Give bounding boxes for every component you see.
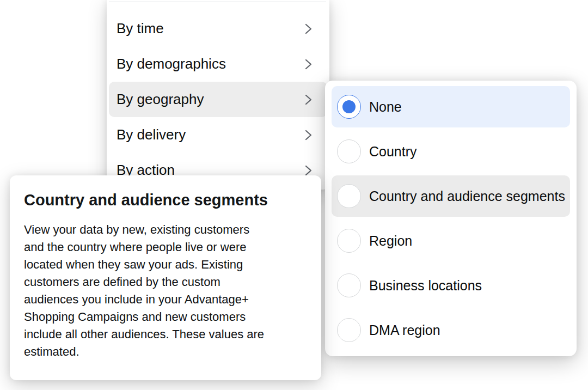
- tooltip-body-line: and the country where people live or wer…: [24, 239, 307, 256]
- tooltip-title: Country and audience segments: [24, 191, 307, 209]
- geo-option-label: DMA region: [369, 322, 440, 338]
- breakdown-menu-items: By time By demographics By geography By …: [107, 11, 329, 188]
- radio-unselected[interactable]: [337, 229, 361, 253]
- tooltip-body-line: customers are defined by the custom: [24, 273, 307, 291]
- chevron-right-icon: [301, 128, 315, 142]
- menu-item-by-geography[interactable]: By geography: [109, 82, 327, 117]
- geo-option-label: Business locations: [369, 278, 482, 294]
- menu-item-label: By time: [117, 20, 164, 37]
- radio-unselected[interactable]: [337, 273, 361, 297]
- geography-submenu: None Country Country and audience segmen…: [325, 81, 577, 356]
- geo-option-label: Region: [369, 233, 412, 249]
- radio-selected[interactable]: [337, 95, 361, 119]
- menu-item-label: By demographics: [117, 56, 226, 72]
- page-background: By time By demographics By geography By …: [0, 0, 588, 390]
- geo-option-region[interactable]: Region: [332, 220, 570, 261]
- geo-option-none[interactable]: None: [332, 86, 570, 127]
- tooltip-body-line: audiences you include in your Advantage+: [24, 291, 307, 308]
- geo-option-country-and-audience-segments[interactable]: Country and audience segments: [332, 175, 570, 217]
- tooltip-body-line: View your data by new, existing customer…: [24, 221, 307, 239]
- geo-option-label: None: [369, 99, 402, 115]
- radio-unselected[interactable]: [337, 139, 361, 163]
- menu-item-by-delivery[interactable]: By delivery: [109, 117, 327, 153]
- menu-divider: [109, 2, 326, 2]
- geo-option-country[interactable]: Country: [332, 131, 570, 172]
- chevron-right-icon: [301, 57, 315, 71]
- geo-option-dma-region[interactable]: DMA region: [332, 309, 570, 351]
- tooltip-body-line: include all other audiences. These value…: [24, 326, 307, 343]
- menu-item-label: By geography: [117, 91, 204, 108]
- menu-item-by-demographics[interactable]: By demographics: [109, 46, 327, 82]
- tooltip-country-and-audience-segments: Country and audience segments View your …: [10, 175, 321, 380]
- chevron-right-icon: [301, 22, 315, 36]
- chevron-right-icon: [301, 93, 315, 107]
- tooltip-body: View your data by new, existing customer…: [24, 221, 307, 361]
- radio-unselected[interactable]: [337, 318, 361, 342]
- menu-item-by-time[interactable]: By time: [109, 11, 327, 46]
- geo-option-label: Country and audience segments: [369, 188, 565, 204]
- geo-option-label: Country: [369, 144, 417, 160]
- tooltip-body-line: located when they saw your ads. Existing: [24, 256, 307, 273]
- menu-item-label: By delivery: [117, 126, 186, 143]
- radio-unselected[interactable]: [337, 184, 361, 208]
- breakdown-menu: By time By demographics By geography By …: [107, 0, 329, 190]
- tooltip-body-line: estimated.: [24, 343, 307, 361]
- tooltip-body-line: Shopping Campaigns and new customers: [24, 308, 307, 326]
- geo-option-business-locations[interactable]: Business locations: [332, 265, 570, 306]
